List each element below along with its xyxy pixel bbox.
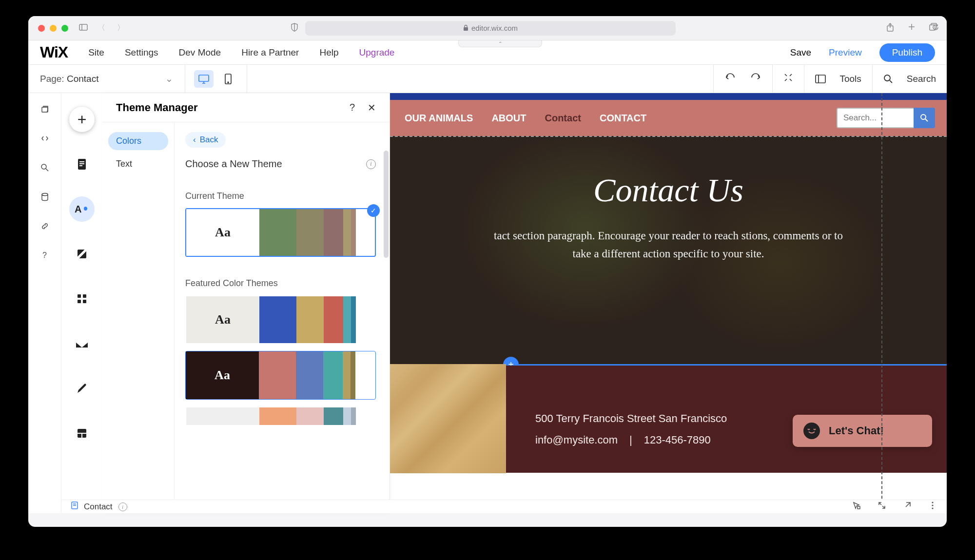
page-selector[interactable]: Page: Contact ⌄ [28, 65, 185, 93]
browser-forward-button[interactable]: 〉 [117, 23, 125, 33]
publish-button[interactable]: Publish [879, 43, 935, 62]
rail-layers-icon[interactable] [40, 105, 49, 116]
rail-search-icon[interactable] [40, 163, 49, 174]
svg-line-16 [890, 80, 892, 83]
expand-icon[interactable] [878, 501, 886, 512]
workspace: ? + A Theme Manager ? ✕ Colors Text [28, 93, 947, 513]
svg-rect-3 [464, 27, 468, 31]
theme-swatch[interactable]: Aa [185, 351, 376, 400]
info-icon[interactable]: i [366, 159, 376, 169]
grid-guide [881, 93, 882, 513]
rail-help-icon[interactable]: ? [42, 251, 47, 260]
menu-site[interactable]: Site [88, 47, 104, 58]
svg-point-41 [932, 504, 933, 506]
search-group[interactable]: Search [872, 65, 947, 93]
featured-themes-label: Featured Color Themes [185, 278, 376, 289]
refresh-icon[interactable] [932, 24, 939, 32]
footer-email: info@mysite.com [535, 434, 618, 446]
rail-link-icon[interactable] [40, 222, 49, 232]
wix-logo[interactable]: WiX [40, 43, 68, 61]
panel-scrollbar[interactable] [384, 151, 389, 258]
mobile-view-button[interactable] [218, 70, 238, 88]
browser-titlebar: 〈 〉 editor.wix.com [28, 16, 947, 40]
footer-image[interactable] [390, 364, 506, 473]
rail-data-icon[interactable] [40, 193, 49, 203]
tab-text[interactable]: Text [108, 155, 168, 173]
status-page-name[interactable]: Contact [84, 502, 113, 512]
layout-icon [815, 75, 826, 83]
hero-title: Contact Us [390, 171, 947, 210]
sidebar-toggle-icon[interactable] [79, 24, 88, 33]
swatch-stripes [259, 351, 375, 399]
menu-upgrade[interactable]: Upgrade [359, 47, 395, 58]
panel-close-icon[interactable]: ✕ [368, 102, 376, 114]
menu-settings[interactable]: Settings [125, 47, 158, 58]
maximize-window-button[interactable] [61, 25, 68, 32]
choose-heading: Choose a New Theme [185, 158, 366, 170]
background-tool[interactable] [69, 241, 95, 267]
cursor-mode-icon[interactable] [852, 501, 861, 512]
site-search-button[interactable] [914, 108, 935, 128]
blog-tool[interactable] [69, 376, 95, 401]
panel-header: Theme Manager ? ✕ [102, 93, 390, 122]
footer-phone: 123-456-7890 [644, 434, 711, 446]
theme-swatch[interactable]: Aa [185, 295, 376, 344]
popout-icon[interactable] [903, 501, 912, 512]
page-icon [71, 502, 78, 512]
svg-point-15 [884, 75, 890, 81]
redo-button[interactable] [750, 73, 761, 85]
svg-rect-22 [79, 161, 84, 162]
chat-widget[interactable]: Let's Chat! [793, 415, 932, 447]
back-button[interactable]: ‹ Back [185, 132, 226, 148]
preview-button[interactable]: Preview [829, 47, 862, 58]
site-canvas[interactable]: OUR ANIMALS ABOUT Contact CONTACT Contac… [390, 93, 947, 513]
menu-help[interactable]: Help [319, 47, 338, 58]
status-right [852, 501, 937, 512]
panel-pull-tab[interactable]: ⌃ [458, 40, 542, 47]
status stat-info-icon[interactable]: i [118, 502, 127, 511]
nav-contact[interactable]: CONTACT [600, 113, 646, 124]
hero-section[interactable]: Contact Us tact section paragraph. Encou… [390, 136, 947, 364]
nav-about[interactable]: ABOUT [491, 113, 526, 124]
close-window-button[interactable] [38, 25, 45, 32]
wix-menu-bar: ⌃ WiX Site Settings Dev Mode Hire a Part… [28, 40, 947, 65]
browser-back-button[interactable]: 〈 [98, 23, 105, 33]
zoom-out-icon[interactable] [783, 73, 793, 85]
new-tab-icon[interactable] [908, 23, 916, 34]
main-menu: Site Settings Dev Mode Hire a Partner He… [88, 47, 394, 58]
media-tool[interactable] [69, 331, 95, 356]
apps-tool[interactable] [69, 286, 95, 311]
panel-help-icon[interactable]: ? [350, 102, 355, 113]
tools-group[interactable]: Tools [804, 65, 872, 93]
menu-dev-mode[interactable]: Dev Mode [179, 47, 221, 58]
tools-label: Tools [839, 74, 861, 84]
undo-button[interactable] [724, 73, 736, 85]
nav-our-animals[interactable]: OUR ANIMALS [405, 113, 473, 124]
tool-column: + A [61, 93, 102, 513]
lock-icon [463, 25, 468, 31]
url-bar[interactable]: editor.wix.com [305, 21, 676, 36]
pages-tool[interactable] [69, 152, 95, 177]
site-search-input[interactable] [837, 108, 914, 128]
minimize-window-button[interactable] [50, 25, 57, 32]
svg-point-42 [932, 507, 933, 509]
svg-point-20 [42, 193, 48, 196]
rail-code-icon[interactable] [40, 134, 49, 145]
window-controls [38, 25, 68, 32]
sections-tool[interactable] [69, 421, 95, 446]
menu-right: Save Preview Publish [790, 43, 935, 62]
desktop-view-button[interactable] [194, 70, 214, 88]
toolbar-right: Tools Search [713, 65, 947, 93]
more-icon[interactable] [928, 501, 937, 512]
add-element-button[interactable]: + [69, 107, 95, 132]
theme-swatch[interactable]: Aa✓ [185, 208, 376, 257]
nav-contact-active[interactable]: Contact [545, 113, 581, 124]
theme-tool[interactable]: A [69, 196, 95, 222]
share-icon[interactable] [886, 23, 894, 34]
chat-label: Let's Chat! [829, 425, 884, 437]
save-button[interactable]: Save [790, 47, 811, 58]
theme-swatch[interactable] [185, 406, 376, 426]
menu-hire-partner[interactable]: Hire a Partner [241, 47, 299, 58]
privacy-shield-icon[interactable] [291, 23, 298, 34]
tab-colors[interactable]: Colors [108, 132, 168, 150]
